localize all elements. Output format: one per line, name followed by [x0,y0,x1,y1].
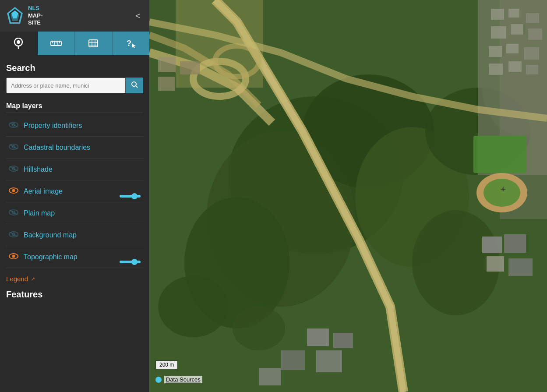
svg-point-31 [12,189,15,192]
layer-name-cadastral-boundaries: Cadastral boundaries [24,144,90,152]
svg-rect-56 [528,28,542,40]
svg-rect-13 [89,40,98,47]
svg-point-19 [132,82,136,86]
svg-rect-80 [504,234,526,253]
map-layers-title: Map layers [6,102,143,113]
legend-label: Legend [6,275,28,283]
features-title: Features [6,290,143,300]
svg-rect-61 [508,61,522,72]
svg-rect-75 [333,333,353,348]
layer-item-cadastral-boundaries[interactable]: Cadastral boundaries [6,137,143,159]
layers-section: Map layers Property identifiers [0,98,149,270]
sidebar: NLS MAP- SITE < [0,0,149,392]
logo-text: NLS MAP- SITE [28,5,42,27]
toolbar: ? [0,32,149,56]
topographic-map-slider[interactable] [120,261,141,263]
svg-rect-58 [506,44,519,53]
svg-rect-79 [482,237,502,253]
app-header: NLS MAP- SITE < [0,0,149,32]
map-canvas [149,0,547,392]
layer-name-aerial-image: Aerial image [24,187,63,195]
data-sources-link[interactable]: Data Sources [164,376,202,383]
svg-point-39 [12,255,15,258]
eye-active-svg-2 [9,253,18,259]
layer-item-hillshade[interactable]: Hillshade [6,159,143,180]
layer-name-topographic-map: Topographic map [24,253,78,261]
search-label: Search [6,63,143,73]
svg-rect-60 [489,64,503,75]
legend-section: Legend ↗ [0,270,149,285]
external-link-icon: ↗ [31,276,35,282]
svg-rect-55 [511,24,523,35]
svg-text:?: ? [127,39,131,48]
eye-icon-property-identifiers [9,121,18,130]
svg-rect-86 [158,57,176,72]
map-area[interactable]: + 200 m Data Sources [149,0,547,392]
scale-label: 200 m [159,362,174,368]
toolbar-identify-button[interactable]: ? [113,32,150,55]
eye-icon-background-map [9,230,18,240]
svg-rect-71 [473,136,526,173]
scale-bar: 200 m [155,360,178,369]
search-icon [131,81,138,88]
identify-icon: ? [126,38,136,49]
features-section: Features [0,285,149,301]
eye-active-svg [9,187,18,194]
toolbar-location-button[interactable] [0,32,38,55]
eye-icon-plain-map [9,208,18,218]
eye-disabled-svg-3 [9,166,18,172]
svg-rect-77 [281,350,305,370]
layer-item-topographic-map[interactable]: Topographic map [6,246,143,268]
layer-item-property-identifiers[interactable]: Property identifiers [6,115,143,137]
layer-item-plain-map[interactable]: Plain map [6,202,143,224]
svg-line-20 [136,86,138,88]
search-section: Search [0,56,149,98]
legend-link[interactable]: Legend ↗ [6,275,143,283]
eye-icon-cadastral-boundaries [9,143,18,152]
logo-icon [5,6,25,25]
location-pin-icon [14,38,23,49]
svg-rect-87 [180,61,200,74]
eye-icon-hillshade [9,165,18,174]
eye-disabled-svg-2 [9,144,18,150]
collapse-button[interactable]: < [132,9,144,23]
toolbar-measure-area-button[interactable] [75,32,113,55]
svg-point-73 [483,179,520,207]
svg-rect-54 [491,26,506,39]
svg-rect-52 [508,9,519,18]
search-button[interactable] [126,78,143,93]
svg-rect-53 [526,13,539,23]
layer-item-aerial-image[interactable]: Aerial image [6,180,143,202]
data-sources-dot [155,377,162,383]
svg-rect-57 [489,46,502,57]
layer-name-plain-map: Plain map [24,209,55,217]
aerial-image-slider[interactable] [120,195,141,198]
logo-area: NLS MAP- SITE [5,5,42,27]
svg-rect-78 [259,368,281,385]
svg-point-83 [158,276,228,337]
eye-disabled-svg [9,122,18,128]
layer-name-property-identifiers: Property identifiers [24,122,82,130]
layer-name-hillshade: Hillshade [24,166,53,173]
svg-rect-62 [526,65,538,74]
search-input[interactable] [6,78,126,93]
search-row [6,78,143,93]
svg-rect-81 [487,256,504,272]
svg-point-5 [17,40,20,44]
eye-icon-aerial-image [9,187,18,196]
svg-rect-76 [316,350,342,372]
ruler-icon [50,39,62,48]
toolbar-measure-distance-button[interactable] [38,32,75,55]
svg-rect-82 [508,258,533,276]
eye-disabled-svg-5 [9,231,18,237]
svg-rect-74 [307,328,329,346]
svg-rect-59 [524,47,539,60]
svg-rect-88 [158,77,175,91]
layer-name-background-map: Background map [24,231,77,239]
area-measure-icon [88,39,99,48]
eye-disabled-svg-4 [9,209,18,215]
layer-item-background-map[interactable]: Background map [6,224,143,246]
data-sources: Data Sources [155,376,202,383]
svg-rect-51 [491,9,504,20]
svg-point-84 [233,307,285,350]
